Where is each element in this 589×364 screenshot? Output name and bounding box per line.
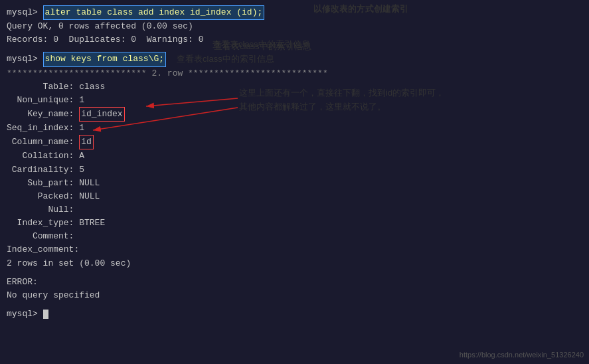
final-prompt: mysql> <box>7 308 582 321</box>
annotation-show-keys: 查看表class中的索引信息 <box>212 39 310 50</box>
separator-line: *************************** 2. row *****… <box>7 67 582 80</box>
field-comment: Comment: <box>7 230 582 243</box>
key-name-value: id_index <box>79 107 124 122</box>
annotation-note: 这里上面还有一个，直接往下翻，找到id的索引即可，其他内容都解释过了，这里就不说… <box>239 86 444 114</box>
field-column-name: Column_name: id <box>7 135 582 149</box>
field-index-type: Index_type: BTREE <box>7 217 582 230</box>
cmd-line-1: mysql> alter table class add index id_in… <box>7 5 582 20</box>
prompt-1: mysql> <box>7 6 43 19</box>
output-text-1: Query OK, 0 rows affected (0.00 sec) <box>7 20 193 33</box>
cmd-code-2: show keys from class\G; <box>43 52 166 66</box>
terminal-window: mysql> alter table class add index id_in… <box>0 0 589 364</box>
field-seq: Seq_in_index: 1 <box>7 122 582 135</box>
field-cardinality: Cardinality: 5 <box>7 163 582 177</box>
cmd-code-1: alter table class add index id_index (id… <box>43 5 265 20</box>
output-text-2: Records: 0 Duplicates: 0 Warnings: 0 <box>7 33 203 46</box>
cmd-line-2: mysql> show keys from class\G; 查看表class中… <box>7 52 582 66</box>
separator-text: *************************** 2. row *****… <box>7 67 328 80</box>
annotation-cmd2: 查看表class中的索引信息 <box>177 52 274 66</box>
column-name-value: id <box>79 135 94 149</box>
prompt-2: mysql> <box>7 52 43 66</box>
field-null: Null: <box>7 203 582 217</box>
output-line-1: Query OK, 0 rows affected (0.00 sec) <box>7 20 582 33</box>
watermark: https://blog.csdn.net/weixin_51326240 <box>460 351 584 359</box>
error-label: ERROR: <box>7 276 582 289</box>
field-packed: Packed: NULL <box>7 190 582 203</box>
output-rows: 2 rows in set (0.00 sec) <box>7 257 582 270</box>
cursor <box>43 310 48 319</box>
field-collation: Collation: A <box>7 149 582 163</box>
field-sub-part: Sub_part: NULL <box>7 177 582 190</box>
error-msg: No query specified <box>7 289 582 302</box>
annotation-create-index: 以修改表的方式创建索引 <box>313 3 408 15</box>
field-index-comment: Index_comment: <box>7 243 582 256</box>
